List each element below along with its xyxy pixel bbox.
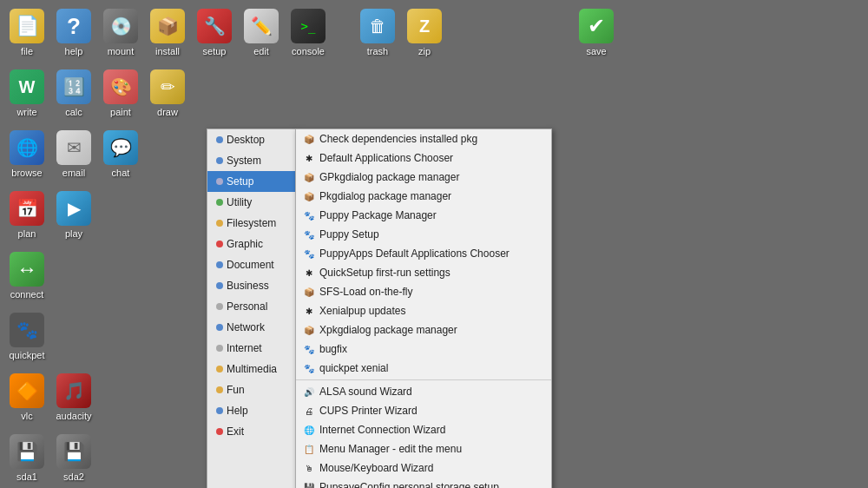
icon-mount[interactable]: 💿 mount bbox=[97, 3, 144, 62]
file-label: file bbox=[21, 46, 33, 56]
fun-menu-label: Fun bbox=[227, 384, 245, 396]
icon-trash[interactable]: 🗑 trash bbox=[354, 3, 401, 62]
menu-right-menu-manager[interactable]: 📋 Menu Manager - edit the menu bbox=[296, 439, 551, 458]
vlc-label: vlc bbox=[21, 411, 32, 421]
icon-quickpet[interactable]: 🐾 quickpet bbox=[3, 307, 50, 366]
menu-right-xpkg[interactable]: 📦 Xpkgdialog package manager bbox=[296, 320, 551, 340]
gpkg-label: GPkgdialog package manager bbox=[319, 171, 459, 183]
icon-help[interactable]: ? help bbox=[50, 3, 97, 62]
internet-wizard-icon: 🌐 bbox=[303, 424, 315, 436]
edit-label: edit bbox=[253, 46, 269, 56]
connect-label: connect bbox=[10, 289, 44, 300]
mouse-keyboard-icon: 🖱 bbox=[303, 462, 315, 474]
menu-right-quicksetup[interactable]: ✱ QuickSetup first-run settings bbox=[296, 263, 551, 282]
pupsave-label: PupsaveConfig personal storage setup bbox=[319, 481, 499, 488]
menu-item-multimedia[interactable]: Multimedia bbox=[207, 359, 295, 379]
icon-install[interactable]: 📦 install bbox=[144, 3, 191, 62]
play-icon: ▶ bbox=[56, 191, 91, 226]
menu-item-utility[interactable]: Utility bbox=[207, 192, 295, 213]
menu-right-default-apps[interactable]: ✱ Default Applications Chooser bbox=[296, 148, 551, 168]
paint-label: paint bbox=[110, 107, 131, 117]
icon-connect[interactable]: ↔ connect bbox=[3, 247, 50, 305]
icon-edit[interactable]: ✏️ edit bbox=[238, 3, 285, 62]
menu-right-puppyapps[interactable]: 🐾 PuppyApps Default Applications Chooser bbox=[296, 244, 551, 263]
cups-icon: 🖨 bbox=[303, 405, 315, 417]
menu-item-desktop[interactable]: Desktop bbox=[207, 129, 295, 150]
menu-right-sfs-load[interactable]: 📦 SFS-Load on-the-fly bbox=[296, 282, 551, 301]
icon-browse[interactable]: 🌐 browse bbox=[3, 125, 50, 183]
write-label: write bbox=[16, 107, 36, 117]
menu-right-pupsave[interactable]: 💾 PupsaveConfig personal storage setup bbox=[296, 478, 551, 488]
menu-right-internet-wizard[interactable]: 🌐 Internet Connection Wizard bbox=[296, 420, 551, 439]
menu-item-graphic[interactable]: Graphic bbox=[207, 234, 295, 254]
icon-paint[interactable]: 🎨 paint bbox=[97, 64, 144, 122]
console-label: console bbox=[292, 46, 325, 56]
alsa-label: ALSA sound Wizard bbox=[319, 386, 412, 398]
menu-right-xenial-updates[interactable]: ✱ Xenialpup updates bbox=[296, 301, 551, 320]
icon-save[interactable]: ✔ save bbox=[573, 3, 620, 62]
icon-sda1[interactable]: 💾 sda1 bbox=[3, 429, 50, 487]
multimedia-menu-label: Multimedia bbox=[227, 363, 277, 375]
icon-setup[interactable]: 🔧 setup bbox=[191, 3, 238, 62]
menu-item-system[interactable]: System bbox=[207, 150, 295, 171]
menu-right-puppy-setup[interactable]: 🐾 Puppy Setup bbox=[296, 225, 551, 244]
menu-right-mouse-keyboard[interactable]: 🖱 Mouse/Keyboard Wizard bbox=[296, 458, 551, 478]
puppyapps-icon: 🐾 bbox=[303, 247, 315, 260]
mount-icon: 💿 bbox=[103, 9, 138, 43]
icon-sda2[interactable]: 💾 sda2 bbox=[50, 429, 97, 487]
menu-item-internet[interactable]: Internet bbox=[207, 338, 295, 359]
play-label: play bbox=[65, 228, 82, 239]
menu-right-bugfix[interactable]: 🐾 bugfix bbox=[296, 340, 551, 359]
icon-file[interactable]: 📄 file bbox=[3, 3, 50, 62]
menu-right-alsa[interactable]: 🔊 ALSA sound Wizard bbox=[296, 382, 551, 401]
quicksetup-icon: ✱ bbox=[303, 267, 315, 279]
icon-calc[interactable]: 🔢 calc bbox=[50, 64, 97, 122]
desktop-icons-topright: 🗑 trash Z zip bbox=[354, 3, 448, 62]
audacity-label: audacity bbox=[56, 411, 92, 421]
menu-item-network[interactable]: Network bbox=[207, 317, 295, 338]
desktop-icons-row2: W write 🔢 calc 🎨 paint ✏ draw bbox=[3, 64, 191, 122]
icon-email[interactable]: ✉ email bbox=[50, 125, 97, 183]
menu-item-fun[interactable]: Fun bbox=[207, 379, 295, 400]
business-menu-label: Business bbox=[227, 280, 269, 292]
menu-manager-icon: 📋 bbox=[303, 443, 315, 455]
personal-menu-label: Personal bbox=[227, 300, 267, 313]
icon-zip[interactable]: Z zip bbox=[401, 3, 448, 62]
menu-right-pkgdialog[interactable]: 📦 Pkgdialog package manager bbox=[296, 187, 551, 206]
pkgdialog-icon: 📦 bbox=[303, 190, 315, 202]
desktop-icons-row4: 📅 plan ▶ play bbox=[3, 186, 97, 244]
icon-audacity[interactable]: 🎵 audacity bbox=[50, 368, 97, 426]
document-dot bbox=[216, 261, 223, 268]
menu-item-filesystem[interactable]: Filesystem bbox=[207, 213, 295, 234]
icon-write[interactable]: W write bbox=[3, 64, 50, 122]
menu-right-cups[interactable]: 🖨 CUPS Printer Wizard bbox=[296, 401, 551, 420]
system-menu-label: System bbox=[227, 155, 261, 167]
default-apps-label: Default Applications Chooser bbox=[319, 152, 453, 164]
trash-icon: 🗑 bbox=[360, 9, 395, 43]
menu-item-help[interactable]: Help bbox=[207, 400, 295, 421]
menu-item-setup[interactable]: Setup bbox=[207, 171, 295, 192]
icon-play[interactable]: ▶ play bbox=[50, 186, 97, 244]
icon-plan[interactable]: 📅 plan bbox=[3, 186, 50, 244]
menu-item-exit[interactable]: Exit bbox=[207, 421, 295, 442]
menu-item-personal[interactable]: Personal bbox=[207, 296, 295, 317]
menu-item-business[interactable]: Business bbox=[207, 275, 295, 296]
menu-right-check-deps[interactable]: 📦 Check dependencies installed pkg bbox=[296, 129, 551, 148]
menu-right-quickpet-xenial[interactable]: 🐾 quickpet xenial bbox=[296, 359, 551, 378]
menu-item-document[interactable]: Document bbox=[207, 254, 295, 275]
icon-vlc[interactable]: 🔶 vlc bbox=[3, 368, 50, 426]
menu-right-gpkg[interactable]: 📦 GPkgdialog package manager bbox=[296, 168, 551, 187]
save-icon: ✔ bbox=[579, 9, 614, 43]
menu-left-panel: Desktop System Setup Utility Filesystem … bbox=[207, 129, 295, 488]
puppyapps-label: PuppyApps Default Applications Chooser bbox=[319, 247, 510, 260]
icon-console[interactable]: >_ console bbox=[285, 3, 332, 62]
email-icon: ✉ bbox=[56, 130, 91, 165]
sda2-label: sda2 bbox=[63, 472, 84, 482]
business-dot bbox=[216, 282, 223, 289]
icon-draw[interactable]: ✏ draw bbox=[144, 64, 191, 122]
menu-right-ppm[interactable]: 🐾 Puppy Package Manager bbox=[296, 206, 551, 225]
utility-dot bbox=[216, 199, 223, 206]
chat-icon: 💬 bbox=[103, 130, 138, 165]
icon-chat[interactable]: 💬 chat bbox=[97, 125, 144, 183]
default-apps-icon: ✱ bbox=[303, 152, 315, 164]
